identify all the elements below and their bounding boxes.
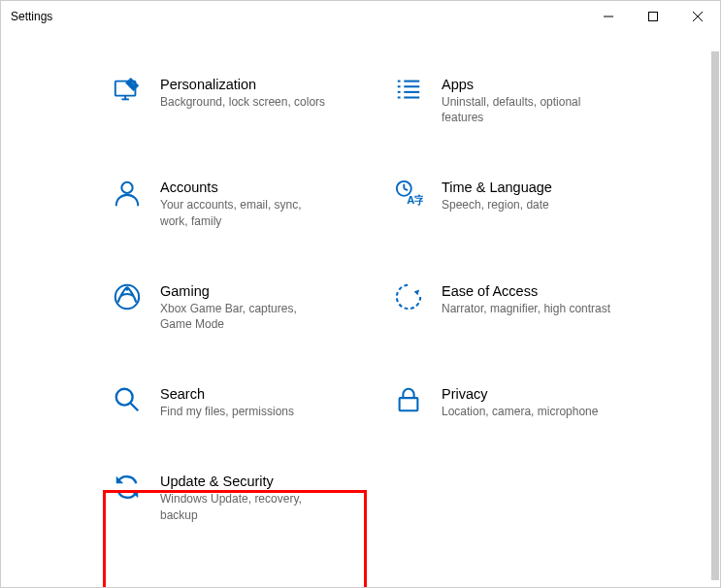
category-ease-of-access[interactable]: Ease of Access Narrator, magnifier, high…: [389, 278, 651, 336]
category-title: Ease of Access: [442, 283, 610, 299]
titlebar: Settings: [1, 1, 720, 32]
minimize-button[interactable]: [586, 1, 631, 32]
svg-rect-1: [649, 13, 658, 21]
category-update-security[interactable]: Update & Security Windows Update, recove…: [108, 468, 370, 526]
category-title: Apps: [442, 77, 611, 92]
svg-line-18: [404, 189, 408, 191]
window-controls: [586, 1, 720, 32]
accounts-icon: [112, 178, 143, 209]
personalization-icon: [112, 75, 143, 106]
maximize-button[interactable]: [631, 1, 675, 32]
svg-point-15: [121, 182, 132, 193]
category-apps[interactable]: Apps Uninstall, defaults, optional featu…: [389, 71, 651, 129]
search-icon: [112, 384, 143, 415]
category-title: Search: [160, 386, 294, 402]
category-privacy[interactable]: Privacy Location, camera, microphone: [389, 380, 651, 423]
window-title: Settings: [11, 10, 52, 23]
svg-rect-24: [400, 398, 418, 410]
category-desc: Narrator, magnifier, high contrast: [442, 301, 610, 316]
category-desc: Location, camera, microphone: [442, 404, 598, 419]
category-personalization[interactable]: Personalization Background, lock screen,…: [108, 71, 370, 129]
category-desc: Xbox Game Bar, captures, Game Mode: [160, 301, 330, 332]
apps-icon: [393, 75, 424, 106]
category-time-language[interactable]: A字 Time & Language Speech, region, date: [389, 174, 651, 232]
category-desc: Windows Update, recovery, backup: [160, 491, 330, 522]
category-desc: Speech, region, date: [442, 197, 552, 212]
category-search[interactable]: Search Find my files, permissions: [108, 380, 370, 423]
category-desc: Find my files, permissions: [160, 404, 294, 419]
category-gaming[interactable]: Gaming Xbox Game Bar, captures, Game Mod…: [108, 278, 370, 336]
category-title: Gaming: [160, 283, 330, 299]
close-button[interactable]: [675, 1, 720, 32]
svg-text:A字: A字: [407, 195, 423, 207]
svg-point-22: [116, 389, 133, 406]
scrollbar[interactable]: [711, 51, 719, 580]
category-title: Update & Security: [160, 474, 330, 489]
category-title: Accounts: [160, 180, 330, 195]
category-desc: Uninstall, defaults, optional features: [442, 94, 611, 125]
category-title: Personalization: [160, 77, 325, 92]
category-title: Time & Language: [442, 180, 552, 195]
settings-grid: Personalization Background, lock screen,…: [1, 32, 720, 527]
category-desc: Your accounts, email, sync, work, family: [160, 197, 330, 228]
category-desc: Background, lock screen, colors: [160, 94, 325, 110]
ease-of-access-icon: [393, 281, 424, 312]
time-language-icon: A字: [393, 178, 424, 209]
svg-marker-21: [414, 289, 420, 295]
update-security-icon: [112, 472, 143, 503]
category-title: Privacy: [442, 386, 598, 402]
privacy-icon: [393, 384, 424, 415]
gaming-icon: [112, 281, 143, 312]
svg-line-23: [131, 404, 139, 411]
category-accounts[interactable]: Accounts Your accounts, email, sync, wor…: [108, 174, 370, 232]
